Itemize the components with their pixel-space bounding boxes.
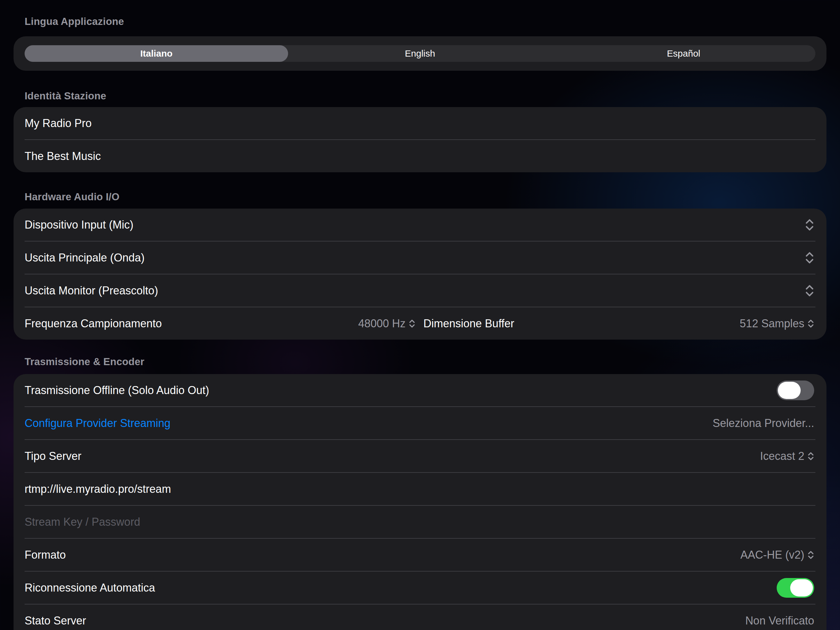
auto-reconnect-toggle[interactable] <box>777 578 814 598</box>
buffer-size-value[interactable]: 512 Samples <box>740 317 804 330</box>
sample-rate-label: Frequenza Campionamento <box>25 317 162 330</box>
stream-key-input[interactable] <box>25 506 814 538</box>
configure-provider-link[interactable]: Configura Provider Streaming <box>25 417 171 430</box>
section-title-identity: Identità Stazione <box>25 90 826 102</box>
input-device-row[interactable]: Dispositivo Input (Mic) <box>14 209 826 241</box>
server-status-label: Stato Server <box>25 614 86 627</box>
offline-broadcast-row: Trasmissione Offline (Solo Audio Out) <box>14 374 826 406</box>
station-slogan-row <box>14 140 826 172</box>
auto-reconnect-label: Riconnessione Automatica <box>25 581 155 594</box>
chevron-up-down-icon[interactable] <box>807 318 814 329</box>
station-slogan-input[interactable] <box>25 140 814 172</box>
server-status-row: Stato Server Non Verificato <box>14 605 826 630</box>
broadcast-card: Trasmissione Offline (Solo Audio Out) Co… <box>14 374 826 630</box>
language-segmented-control: Italiano English Español <box>25 45 815 62</box>
offline-broadcast-toggle[interactable] <box>777 380 814 400</box>
server-url-input[interactable] <box>25 473 814 505</box>
server-url-row <box>14 473 826 505</box>
format-label: Formato <box>25 548 66 561</box>
hardware-card: Dispositivo Input (Mic) Uscita Principal… <box>14 209 826 340</box>
provider-selection-value[interactable]: Seleziona Provider... <box>713 417 814 430</box>
chevron-up-down-icon <box>805 217 814 232</box>
chevron-up-down-icon[interactable] <box>807 549 814 560</box>
format-row: Formato AAC-HE (v2) <box>14 539 826 571</box>
settings-page: Lingua Applicazione Italiano English Esp… <box>0 0 840 630</box>
section-title-broadcast: Trasmissione & Encoder <box>25 356 826 368</box>
segment-italiano[interactable]: Italiano <box>25 45 288 62</box>
stream-key-row <box>14 506 826 538</box>
section-title-language: Lingua Applicazione <box>25 15 826 28</box>
server-status-value: Non Verificato <box>745 614 814 627</box>
station-name-input[interactable] <box>25 107 814 139</box>
chevron-up-down-icon <box>805 283 814 298</box>
section-title-hardware: Hardware Audio I/O <box>25 191 826 203</box>
sample-rate-value[interactable]: 48000 Hz <box>358 317 406 330</box>
monitor-output-row[interactable]: Uscita Monitor (Preascolto) <box>14 274 826 307</box>
language-card: Italiano English Español <box>14 36 826 71</box>
auto-reconnect-row: Riconnessione Automatica <box>14 571 826 604</box>
server-type-value[interactable]: Icecast 2 <box>760 450 804 463</box>
toggle-knob <box>778 382 801 399</box>
segment-english[interactable]: English <box>288 45 552 62</box>
streaming-provider-row: Configura Provider Streaming Seleziona P… <box>14 407 826 439</box>
chevron-up-down-icon[interactable] <box>807 451 814 462</box>
station-name-row <box>14 107 826 139</box>
identity-card <box>14 107 826 172</box>
chevron-up-down-icon <box>805 250 814 265</box>
main-output-row[interactable]: Uscita Principale (Onda) <box>14 242 826 274</box>
monitor-output-label: Uscita Monitor (Preascolto) <box>25 284 158 297</box>
format-value[interactable]: AAC-HE (v2) <box>741 548 804 561</box>
offline-broadcast-label: Trasmissione Offline (Solo Audio Out) <box>25 384 209 397</box>
chevron-up-down-icon[interactable] <box>409 318 415 329</box>
segment-espanol[interactable]: Español <box>552 45 815 62</box>
main-output-label: Uscita Principale (Onda) <box>25 251 145 264</box>
sample-rate-buffer-row: Frequenza Campionamento 48000 Hz Dimensi… <box>14 307 826 340</box>
toggle-knob <box>790 579 813 597</box>
server-type-label: Tipo Server <box>25 450 82 463</box>
input-device-label: Dispositivo Input (Mic) <box>25 218 133 231</box>
buffer-size-label: Dimensione Buffer <box>423 317 515 330</box>
server-type-row: Tipo Server Icecast 2 <box>14 440 826 472</box>
